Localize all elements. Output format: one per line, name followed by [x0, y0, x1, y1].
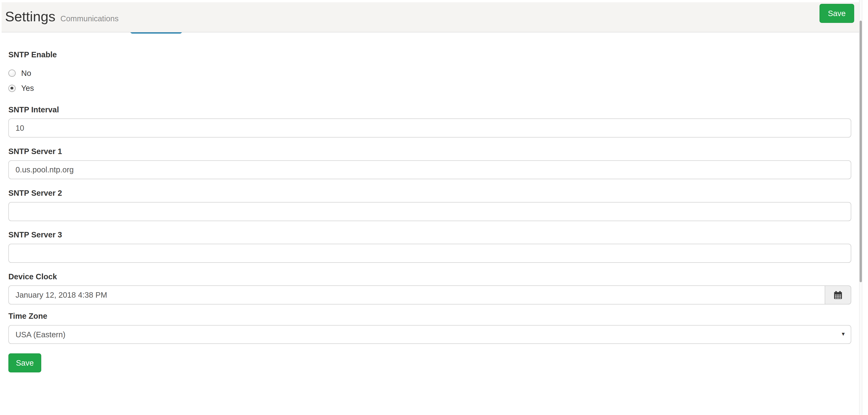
field-sntp-server-1: SNTP Server 1 — [8, 147, 851, 179]
settings-form: SNTP Enable NoYes SNTP Interval SNTP Ser… — [8, 50, 851, 373]
sntp-enable-option-yes[interactable]: Yes — [8, 81, 851, 96]
sntp-enable-radio-group: NoYes — [8, 66, 851, 96]
radio-yes-label: Yes — [21, 84, 34, 93]
field-sntp-server-3: SNTP Server 3 — [8, 230, 851, 262]
sntp-server-3-input[interactable] — [8, 244, 851, 263]
sntp-server-1-input[interactable] — [8, 160, 851, 180]
field-sntp-enable: SNTP Enable NoYes — [8, 50, 851, 96]
time-zone-select-wrap: USA (Eastern) ▼ — [8, 325, 851, 344]
page-subtitle: Communications — [61, 14, 119, 23]
sntp-server-2-input[interactable] — [8, 202, 851, 221]
time-zone-label: Time Zone — [8, 312, 851, 321]
save-button-top[interactable]: Save — [819, 4, 854, 23]
save-button-bottom[interactable]: Save — [8, 353, 41, 373]
radio-no-control[interactable] — [8, 69, 16, 77]
field-sntp-server-2: SNTP Server 2 — [8, 189, 851, 221]
page-header: Settings Communications Save — [2, 2, 859, 32]
sntp-enable-label: SNTP Enable — [8, 50, 851, 59]
sntp-interval-label: SNTP Interval — [8, 105, 851, 114]
sntp-server-1-label: SNTP Server 1 — [8, 147, 851, 156]
device-clock-label: Device Clock — [8, 272, 851, 281]
time-zone-select[interactable]: USA (Eastern) — [8, 325, 851, 344]
device-clock-input-group — [8, 285, 851, 305]
field-device-clock: Device Clock — [8, 272, 851, 305]
radio-yes-control[interactable] — [8, 85, 16, 92]
calendar-button[interactable] — [825, 285, 851, 305]
device-clock-input[interactable] — [8, 285, 825, 305]
scrollbar-track[interactable] — [859, 0, 863, 415]
scrollbar-thumb[interactable] — [860, 21, 862, 282]
field-sntp-interval: SNTP Interval — [8, 105, 851, 137]
field-time-zone: Time Zone USA (Eastern) ▼ — [8, 312, 851, 344]
page-title: Settings — [5, 9, 55, 24]
sntp-interval-input[interactable] — [8, 119, 851, 137]
sntp-server-2-label: SNTP Server 2 — [8, 189, 851, 197]
sntp-server-3-label: SNTP Server 3 — [8, 230, 851, 239]
sntp-enable-option-no[interactable]: No — [8, 66, 851, 81]
calendar-icon — [834, 291, 842, 299]
radio-no-label: No — [21, 69, 31, 78]
settings-page: Settings Communications Save Wi-FiNetwor… — [0, 0, 868, 415]
